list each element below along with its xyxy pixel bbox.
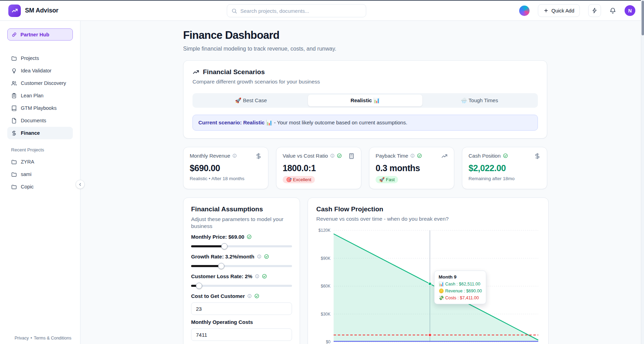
book-icon <box>11 105 17 111</box>
window-top-edge <box>0 0 644 1</box>
metric-value: 0.3 months <box>376 163 448 173</box>
sidebar-item-gtm-playbooks[interactable]: GTM Playbooks <box>7 102 73 114</box>
slider-label: Growth Rate: 3.2%/month <box>191 254 255 259</box>
tab-best-case[interactable]: 🚀 Best Case <box>194 95 308 106</box>
topbar-actions: Quick Add N <box>519 1 635 20</box>
sidebar-item-partner-hub[interactable]: Partner Hub <box>7 28 73 41</box>
recent-project-sami[interactable]: sami <box>7 168 73 180</box>
dollar-icon <box>11 130 17 136</box>
monthly-price-slider[interactable] <box>191 243 292 249</box>
plus-icon <box>543 8 549 13</box>
metric-value: $690.00 <box>190 163 262 173</box>
sidebar-nav: Projects Idea Validator Customer Discove… <box>0 52 80 139</box>
check-circle-icon <box>262 274 267 279</box>
dollar-icon <box>534 153 541 159</box>
tooltip-line: 🪙 Revenue : $690.00 <box>439 288 482 293</box>
notifications-button[interactable] <box>609 7 616 14</box>
cost-to-get-customer-input[interactable] <box>191 302 292 315</box>
growth-rate-slider[interactable] <box>191 263 292 269</box>
field-label: Cost to Get Customer <box>191 293 245 299</box>
check-circle-icon <box>264 254 269 259</box>
sidebar-item-documents[interactable]: Documents <box>7 114 73 127</box>
tab-realistic[interactable]: Realistic 📊 <box>308 95 422 106</box>
recent-project-zyra[interactable]: ZYRA <box>7 156 73 168</box>
sidebar-item-finance[interactable]: Finance <box>7 127 73 139</box>
trend-icon <box>192 69 199 76</box>
quick-add-label: Quick Add <box>551 8 574 14</box>
info-icon[interactable] <box>255 274 259 279</box>
metric-sub: Remaining after 18mo <box>469 176 541 181</box>
page-subtitle: Simple financial modeling to track reven… <box>183 46 547 52</box>
recent-project-copic[interactable]: Copic <box>7 180 73 193</box>
slider-fill <box>191 245 224 247</box>
folder-icon <box>11 171 17 177</box>
sidebar-item-label: Documents <box>21 118 46 123</box>
scrollbar-thumb[interactable] <box>642 1 644 35</box>
search-input[interactable] <box>240 8 362 14</box>
slider-label: Customer Loss Rate: 2% <box>191 273 252 279</box>
folder-icon <box>11 159 17 165</box>
monthly-operating-costs-input[interactable] <box>191 328 292 341</box>
info-icon[interactable] <box>232 153 237 158</box>
sidebar-item-lean-plan[interactable]: Lean Plan <box>7 89 73 102</box>
info-icon[interactable] <box>410 153 415 158</box>
sidebar-footer: Privacy • Terms & Conditions <box>15 336 71 341</box>
customer-loss-rate-slider[interactable] <box>191 283 292 289</box>
trend-icon <box>441 153 448 159</box>
info-icon[interactable] <box>257 254 261 259</box>
cashflow-chart-svg: $0$30K$60K$90K$120KM1M2M3M4M5M6M7M8M9M10… <box>316 227 540 344</box>
sidebar-item-customer-discovery[interactable]: Customer Discovery <box>7 77 73 89</box>
tooltip-line: 💸 Costs : $7,411.00 <box>439 295 482 300</box>
scenario-banner: Current scenario: Realistic 📊 - Your mos… <box>192 115 538 131</box>
global-search[interactable] <box>227 4 366 17</box>
scenario-banner-bold: Current scenario: Realistic 📊 <box>198 120 273 125</box>
info-icon[interactable] <box>330 153 335 158</box>
slider-thumb[interactable] <box>196 283 202 289</box>
metric-card-payback-time: Payback Time 0.3 months 🚀 Fast <box>369 147 454 189</box>
sidebar-item-idea-validator[interactable]: Idea Validator <box>7 64 73 77</box>
clipboard-icon <box>11 93 17 99</box>
footer-separator: • <box>31 336 32 341</box>
recent-projects-list: ZYRA sami Copic <box>0 156 80 193</box>
assumptions-title: Financial Assumptions <box>191 205 292 213</box>
dollar-icon <box>255 153 262 159</box>
scrollbar[interactable] <box>641 0 644 344</box>
sidebar: Partner Hub Projects Idea Validator Cust… <box>0 21 80 344</box>
sidebar-item-label: Finance <box>21 130 40 136</box>
zap-button[interactable] <box>588 4 601 17</box>
quick-add-button[interactable]: Quick Add <box>538 4 580 17</box>
check-circle-icon <box>247 234 252 239</box>
search-icon <box>231 8 237 14</box>
tab-tough-times[interactable]: 🌧️ Tough Times <box>422 95 536 106</box>
check-circle-icon <box>417 153 422 158</box>
slider-fill <box>191 265 221 267</box>
color-orb-button[interactable] <box>519 6 530 16</box>
page-title: Finance Dashboard <box>183 29 547 42</box>
info-icon[interactable] <box>247 294 252 298</box>
financial-scenarios-card: Financial Scenarios Compare different gr… <box>183 60 547 139</box>
financial-assumptions-card: Financial Assumptions Adjust these param… <box>183 197 300 344</box>
scenario-tabs: 🚀 Best Case Realistic 📊 🌧️ Tough Times <box>192 93 538 108</box>
slider-thumb[interactable] <box>218 263 224 269</box>
check-circle-icon <box>254 293 259 299</box>
cashflow-chart[interactable]: $0$30K$60K$90K$120KM1M2M3M4M5M6M7M8M9M10… <box>316 227 540 344</box>
slider-track[interactable] <box>191 285 292 287</box>
main-content: Finance Dashboard Simple financial model… <box>81 21 641 344</box>
sidebar-item-label: Lean Plan <box>21 93 43 98</box>
recent-project-label: sami <box>21 171 32 177</box>
metric-label: Value vs Cost Ratio <box>283 153 328 159</box>
status-badge: 🎯 Excellent <box>283 176 315 183</box>
terms-link[interactable]: Terms & Conditions <box>34 336 71 341</box>
check-circle-icon <box>503 153 508 158</box>
file-icon <box>11 118 17 124</box>
brand[interactable]: SM Advisor <box>8 5 58 17</box>
topbar: SM Advisor Quick Add N <box>0 1 641 21</box>
sidebar-item-projects[interactable]: Projects <box>7 52 73 64</box>
field-label: Monthly Operating Costs <box>191 319 253 325</box>
user-avatar[interactable]: N <box>625 5 635 16</box>
sidebar-item-label: Partner Hub <box>20 32 49 37</box>
sidebar-collapse-button[interactable] <box>76 180 85 189</box>
privacy-link[interactable]: Privacy <box>15 336 29 341</box>
slider-thumb[interactable] <box>221 243 227 249</box>
chart-tooltip-title: Month 9 <box>439 274 482 280</box>
